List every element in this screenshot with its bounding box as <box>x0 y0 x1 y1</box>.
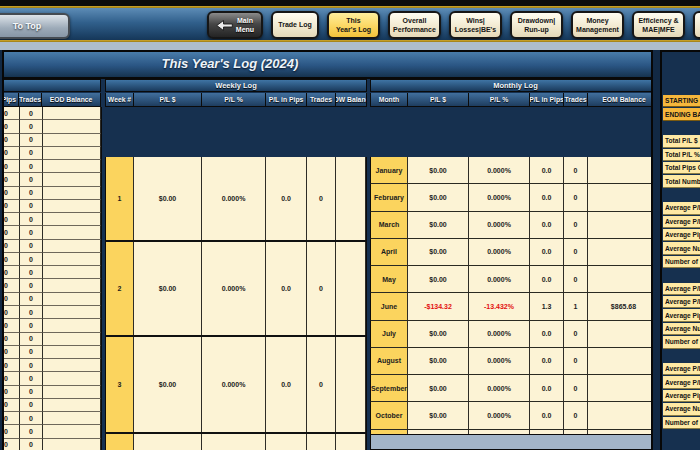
daily-trades-cell: 0 <box>20 279 43 292</box>
daily-eod-balance-cell <box>43 412 101 425</box>
weekly-pips-cell: 0.0 <box>266 242 307 335</box>
weekly-trades-cell: 0 <box>307 337 336 432</box>
weekly-row: 2$0.000.000%0.00 <box>105 242 367 337</box>
sidebar-stat-label: Average Pip <box>663 309 700 321</box>
monthly-eom-balance-cell <box>588 212 653 238</box>
daily-pips-cell: 0 <box>2 160 20 173</box>
monthly-trades-cell: 0 <box>564 402 588 428</box>
daily-eod-balance-cell <box>43 386 101 399</box>
monthly-pl-cell: -$134.32 <box>408 293 469 319</box>
daily-pips-cell: 0 <box>2 120 20 133</box>
daily-trades-cell: 0 <box>20 134 43 147</box>
nav-tab-f[interactable]: F <box>693 11 700 39</box>
daily-trades-cell: 0 <box>20 386 43 399</box>
monthly-log-header-row: MonthP/L $P/L %P/L in PipsTradesEOM Bala… <box>370 93 653 107</box>
sidebar-stat-label: ENDING BA <box>663 108 700 120</box>
daily-eod-balance-cell <box>43 120 101 133</box>
daily-pips-cell: 0 <box>2 359 20 372</box>
month-name-cell: August <box>371 348 408 374</box>
daily-trades-cell: 0 <box>20 439 43 450</box>
weekly-eow-balance-cell <box>336 157 366 240</box>
daily-pips-cell: 0 <box>2 439 20 450</box>
daily-trades-cell: 0 <box>20 266 43 279</box>
to-top-button[interactable]: To Top <box>0 13 70 39</box>
column-header: Week # <box>106 93 134 106</box>
monthly-trades-cell: 0 <box>564 266 588 292</box>
month-name-cell: April <box>371 239 408 265</box>
nav-tab-wins-losses-be-s[interactable]: Wins| Losses|BE's <box>449 11 502 39</box>
daily-eod-balance-cell <box>43 279 101 292</box>
daily-trades-cell: 0 <box>20 306 43 319</box>
nav-tab-label: Overall Performance <box>393 16 436 34</box>
monthly-row: August$0.000.000%0.00 <box>370 348 653 375</box>
column-header: EOW Balance <box>336 93 366 106</box>
weekly-row: 3$0.000.000%0.00 <box>105 337 367 434</box>
nav-tab-trade-log[interactable]: Trade Log <box>271 11 319 39</box>
monthly-row: April$0.000.000%0.00 <box>370 239 653 266</box>
monthly-pl-cell: $0.00 <box>408 402 469 428</box>
daily-pips-cell: 0 <box>2 399 20 412</box>
sidebar-stat-label: Average Nu <box>663 323 700 335</box>
weekly-pl-cell: $0.00 <box>134 157 202 240</box>
monthly-row: July$0.000.000%0.00 <box>370 321 653 348</box>
daily-trades-cell: 0 <box>20 240 43 253</box>
daily-trades-cell: 0 <box>20 160 43 173</box>
monthly-pct-cell: 0.000% <box>469 402 530 428</box>
column-header: Month <box>371 93 408 106</box>
monthly-pl-cell: $0.00 <box>408 375 469 401</box>
monthly-row: March$0.000.000%0.00 <box>370 212 653 239</box>
monthly-row: September$0.000.000%0.00 <box>370 375 653 402</box>
nav-tab-label: This Year's Log <box>336 16 371 34</box>
nav-tab-this-year-s-log[interactable]: This Year's Log <box>327 11 380 39</box>
month-name-cell: February <box>371 184 408 210</box>
daily-pips-cell: 0 <box>2 319 20 332</box>
sidebar-stat-label: Average P/L <box>663 216 700 228</box>
daily-eod-balance-cell <box>43 306 101 319</box>
monthly-eom-balance-cell <box>588 402 653 428</box>
daily-pips-cell: 0 <box>2 386 20 399</box>
nav-tab-label: Efficiency & MAE|MFE <box>638 16 678 34</box>
monthly-trades-cell: 0 <box>564 321 588 347</box>
monthly-eom-balance-cell <box>588 348 653 374</box>
monthly-pips-cell: 0.0 <box>530 348 564 374</box>
daily-pips-cell: 0 <box>2 213 20 226</box>
column-header: EOM Balance <box>588 93 653 106</box>
daily-eod-balance-cell <box>43 213 101 226</box>
weekly-pct-cell: 0.000% <box>202 242 266 335</box>
column-header: P/L $ <box>134 93 202 106</box>
monthly-trades-cell: 1 <box>564 293 588 319</box>
daily-log-band <box>2 79 101 92</box>
nav-tab-money-management[interactable]: Money Management <box>571 11 624 39</box>
year-log-panel: This Year's Log (2024) PipsTradesEOD Bal… <box>2 50 653 450</box>
nav-tab-label: Money Management <box>576 16 619 34</box>
nav-tab-efficiency-mae-mfe[interactable]: Efficiency & MAE|MFE <box>632 11 685 39</box>
week-number-cell: 4 <box>106 434 134 450</box>
nav-tab-overall-performance[interactable]: Overall Performance <box>388 11 441 39</box>
page-title: This Year's Log (2024) <box>162 56 299 71</box>
monthly-pips-cell: 0.0 <box>530 375 564 401</box>
sidebar-stat-label: STARTING <box>663 95 700 107</box>
weekly-log-band: Weekly Log <box>105 79 367 92</box>
monthly-pl-cell: $0.00 <box>408 157 469 183</box>
nav-tab-drawdown-run-up[interactable]: Drawdown| Run-up <box>510 11 563 39</box>
summary-sidebar: STARTINGENDING BATotal P/L $Total P/L %T… <box>660 50 700 450</box>
month-name-cell: May <box>371 266 408 292</box>
daily-pips-cell: 0 <box>2 134 20 147</box>
sidebar-stat-label: Average P/L <box>663 296 700 308</box>
month-name-cell: July <box>371 321 408 347</box>
sidebar-stat-label: Number of <box>663 256 700 268</box>
monthly-trades-cell: 0 <box>564 157 588 183</box>
sidebar-stat-label: Number of <box>663 336 700 348</box>
monthly-log-band: Monthly Log <box>370 79 653 92</box>
monthly-trades-cell: 0 <box>564 212 588 238</box>
monthly-eom-balance-cell: $865.68 <box>588 293 653 319</box>
monthly-row: June-$134.32-13.432%1.31$865.68 <box>370 293 653 320</box>
daily-trades-cell: 0 <box>20 120 43 133</box>
sidebar-stat-label: Average P/L <box>663 376 700 388</box>
main-menu-button[interactable]: Main Menu <box>207 11 263 39</box>
month-name-cell: June <box>371 293 408 319</box>
nav-tab-label: Drawdown| Run-up <box>518 16 555 34</box>
weekly-trades-cell: 0 <box>307 434 336 450</box>
monthly-pct-cell: 0.000% <box>469 321 530 347</box>
sidebar-stat-label: Average Nu <box>663 403 700 415</box>
